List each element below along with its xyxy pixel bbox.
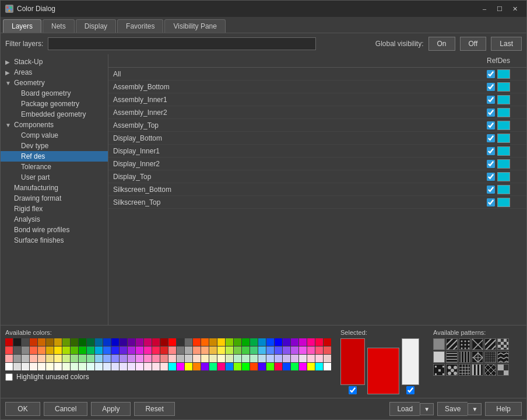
layer-checkbox-display-inner2[interactable] [487,160,495,168]
load-arrow-button[interactable]: ▼ [420,403,434,415]
apply-button[interactable]: Apply [91,402,131,416]
tree-item-components[interactable]: ▼ Components [1,120,108,130]
color-cell[interactable] [30,355,37,362]
color-cell[interactable] [275,346,282,354]
color-cell[interactable] [87,346,94,354]
color-cell[interactable] [13,363,21,370]
color-cell[interactable] [283,338,290,346]
ok-button[interactable]: OK [5,402,40,416]
color-cell[interactable] [291,338,298,346]
tab-visibility-pane[interactable]: Visibility Pane [164,19,225,33]
minimize-button[interactable]: – [477,3,491,15]
pattern-cell[interactable] [446,351,458,363]
pattern-cell[interactable] [459,364,470,376]
color-cell[interactable] [5,355,13,362]
color-cell[interactable] [307,355,315,362]
color-cell[interactable] [54,338,62,346]
tab-layers[interactable]: Layers [3,19,41,33]
color-cell[interactable] [193,363,201,370]
color-cell[interactable] [217,338,225,346]
cancel-button[interactable]: Cancel [44,402,87,416]
color-cell[interactable] [128,338,135,346]
color-cell[interactable] [103,346,111,354]
color-cell[interactable] [185,363,192,370]
tree-item-surface-finishes[interactable]: Surface finishes [1,235,108,246]
color-cell[interactable] [234,355,241,362]
tree-item-stack-up[interactable]: ▶ Stack-Up [1,57,108,67]
color-cell[interactable] [22,338,29,346]
color-cell[interactable] [71,355,78,362]
pattern-cell[interactable] [497,338,509,350]
color-cell[interactable] [144,363,152,370]
color-cell[interactable] [22,355,29,362]
color-cell[interactable] [315,338,323,346]
color-cell[interactable] [87,338,94,346]
color-cell[interactable] [283,346,290,354]
color-cell[interactable] [95,346,103,354]
color-cell[interactable] [79,338,86,346]
layer-color-silkscreen-bottom[interactable] [497,185,510,194]
close-button[interactable]: ✕ [508,3,522,15]
color-cell[interactable] [209,355,217,362]
color-cell[interactable] [95,355,103,362]
layer-checkbox-display-top[interactable] [487,173,495,181]
maximize-button[interactable]: ☐ [493,3,507,15]
color-cell[interactable] [152,363,160,370]
color-cell[interactable] [299,346,307,354]
color-cell[interactable] [185,355,192,362]
color-cell[interactable] [136,346,143,354]
visibility-last-button[interactable]: Last [491,37,522,51]
color-cell[interactable] [234,346,241,354]
layer-checkbox-assembly-top[interactable] [487,121,495,130]
color-cell[interactable] [128,363,135,370]
filter-input[interactable] [48,37,316,50]
color-cell[interactable] [103,363,111,370]
color-cell[interactable] [307,346,315,354]
pattern-cell[interactable] [433,351,445,363]
layer-checkbox-assembly-bottom[interactable] [487,83,495,91]
tree-item-tolerance[interactable]: Tolerance [1,162,108,172]
color-cell[interactable] [30,363,37,370]
color-cell[interactable] [209,346,217,354]
layer-color-assembly-top[interactable] [497,121,510,130]
color-cell[interactable] [95,363,103,370]
color-cell[interactable] [275,355,282,362]
color-cell[interactable] [79,355,86,362]
color-cell[interactable] [136,355,143,362]
color-cell[interactable] [242,363,250,370]
pattern-cell[interactable] [472,364,483,376]
layer-checkbox-silkscreen-bottom[interactable] [487,186,495,194]
save-button[interactable]: Save [437,402,468,416]
color-cell[interactable] [54,346,62,354]
color-cell[interactable] [120,338,127,346]
tree-item-embedded-geometry[interactable]: Embedded geometry [1,109,108,120]
color-cell[interactable] [13,338,21,346]
layer-color-assembly-inner2[interactable] [497,108,510,117]
color-cell[interactable] [324,363,331,370]
color-cell[interactable] [62,346,70,354]
color-cell[interactable] [226,355,233,362]
tree-item-bond-wire-profiles[interactable]: Bond wire profiles [1,225,108,235]
layer-checkbox-silkscreen-top[interactable] [487,198,495,206]
visibility-on-button[interactable]: On [428,37,455,51]
color-cell[interactable] [38,346,45,354]
color-cell[interactable] [87,355,94,362]
help-button[interactable]: Help [485,402,522,416]
layer-color-display-inner2[interactable] [497,159,510,169]
color-cell[interactable] [242,346,250,354]
color-cell[interactable] [160,355,168,362]
color-cell[interactable] [144,346,152,354]
selected-swatch-large[interactable] [367,348,399,394]
layer-color-assembly-bottom[interactable] [497,82,510,92]
color-cell[interactable] [152,338,160,346]
color-cell[interactable] [217,346,225,354]
color-cell[interactable] [283,363,290,370]
color-cell[interactable] [283,355,290,362]
pattern-cell[interactable] [459,351,470,363]
color-cell[interactable] [38,355,45,362]
color-cell[interactable] [168,355,176,362]
pattern-cell[interactable] [446,338,458,350]
color-cell[interactable] [177,363,184,370]
color-cell[interactable] [168,363,176,370]
color-cell[interactable] [160,346,168,354]
